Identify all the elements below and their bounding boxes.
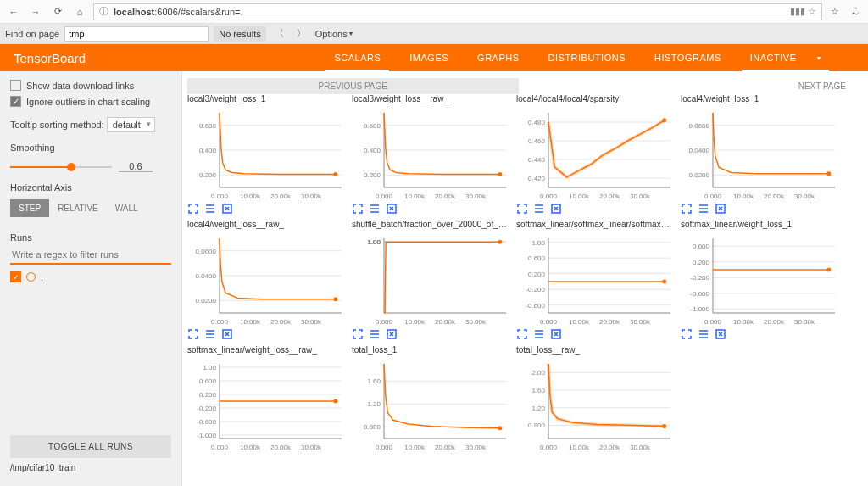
chart-plot[interactable]: 0.02000.04000.06000.00010.00k20.00k30.00…: [187, 233, 347, 327]
svg-text:10.00k: 10.00k: [240, 318, 261, 326]
svg-text:0.000: 0.000: [211, 444, 229, 451]
find-options-button[interactable]: Options ▾: [315, 29, 353, 39]
chart-title: local4/weight_loss_1: [681, 94, 842, 108]
chart-plot[interactable]: 0.2000.4000.6000.00010.00k20.00k30.00k: [187, 108, 347, 201]
chart-plot[interactable]: 0.02000.04000.06000.00010.00k20.00k30.00…: [681, 108, 840, 201]
find-next-button[interactable]: 〉: [293, 27, 310, 40]
expand-icon[interactable]: [516, 203, 528, 215]
run-checkbox[interactable]: ✓: [10, 271, 21, 282]
tab-images[interactable]: IMAGES: [409, 44, 448, 71]
svg-text:0.420: 0.420: [528, 175, 546, 182]
forward-button[interactable]: →: [27, 3, 44, 20]
menu-icon[interactable]: [369, 328, 381, 340]
checkbox-checked-icon: ✓: [10, 96, 21, 107]
svg-text:0.460: 0.460: [528, 137, 546, 145]
chart-plot[interactable]: -1.000-0.600-0.2000.2000.6000.00010.00k2…: [681, 233, 840, 327]
chart-plot[interactable]: 1.001.001.001.000.00010.00k20.00k30.00k: [352, 233, 511, 327]
smoothing-value[interactable]: 0.6: [119, 161, 153, 172]
fit-icon[interactable]: [221, 203, 233, 215]
svg-text:10.00k: 10.00k: [240, 444, 261, 451]
fit-icon[interactable]: [550, 203, 562, 215]
ignore-outliers-checkbox[interactable]: ✓ Ignore outliers in chart scaling: [10, 96, 171, 107]
show-download-checkbox[interactable]: Show data download links: [10, 80, 171, 91]
svg-text:1.00: 1.00: [531, 239, 545, 247]
chart-plot[interactable]: -0.600-0.2000.2000.6001.000.00010.00k20.…: [516, 233, 676, 327]
chart-tools: [352, 328, 513, 340]
svg-text:10.00k: 10.00k: [404, 193, 426, 200]
fit-icon[interactable]: [221, 328, 233, 340]
svg-point-12: [333, 172, 337, 176]
home-button[interactable]: ⌂: [71, 3, 88, 20]
svg-text:30.00k: 30.00k: [301, 444, 322, 451]
axis-step-button[interactable]: STEP: [10, 199, 49, 217]
reload-button[interactable]: ⟳: [49, 3, 66, 20]
next-page-button[interactable]: NEXT PAGE: [519, 78, 864, 94]
fit-icon[interactable]: [550, 328, 562, 340]
expand-icon[interactable]: [516, 328, 528, 340]
axis-wall-button[interactable]: WALL: [107, 199, 147, 217]
menu-icon[interactable]: [533, 203, 545, 215]
tab-histograms[interactable]: HISTOGRAMS: [654, 44, 721, 71]
chart-cell: total_loss_1 0.8001.201.600.00010.00k20.…: [352, 345, 513, 452]
chart-title: local4/local4/local4/sparsity: [516, 94, 677, 108]
chart-plot[interactable]: 0.4200.4400.4600.4800.00010.00k20.00k30.…: [516, 108, 676, 201]
log-path: /tmp/cifar10_train: [10, 463, 171, 472]
tooltip-sort-select[interactable]: default: [107, 117, 155, 132]
toggle-all-runs-button[interactable]: TOGGLE ALL RUNS: [10, 435, 171, 458]
svg-text:1.60: 1.60: [367, 377, 381, 385]
chart-plot[interactable]: 0.8001.201.602.000.00010.00k20.00k30.00k: [516, 359, 676, 452]
reader-icon[interactable]: ℒ: [848, 6, 863, 17]
menu-icon[interactable]: [369, 203, 381, 215]
svg-text:0.600: 0.600: [199, 122, 217, 130]
tab-graphs[interactable]: GRAPHS: [477, 44, 519, 71]
svg-text:1.60: 1.60: [531, 387, 545, 394]
expand-icon[interactable]: [187, 203, 199, 215]
tab-distributions[interactable]: DISTRIBUTIONS: [548, 44, 626, 71]
menu-icon[interactable]: [698, 328, 709, 340]
svg-text:30.00k: 30.00k: [630, 318, 651, 326]
chart-plot[interactable]: 0.2000.4000.6000.00010.00k20.00k30.00k: [352, 108, 511, 201]
run-color-swatch[interactable]: [26, 272, 36, 282]
chart-plot[interactable]: 0.8001.201.600.00010.00k20.00k30.00k: [352, 359, 511, 452]
chart-cell: softmax_linear/weight_loss__raw_ -1.000-…: [187, 345, 348, 452]
site-info-icon[interactable]: ⓘ: [99, 5, 108, 18]
svg-text:0.800: 0.800: [364, 423, 381, 431]
svg-text:20.00k: 20.00k: [764, 193, 785, 200]
horizontal-axis-label: Horizontal Axis: [10, 182, 171, 193]
find-input[interactable]: [64, 26, 209, 42]
menu-icon[interactable]: [698, 203, 709, 215]
svg-text:0.0600: 0.0600: [196, 248, 217, 255]
tab-inactive[interactable]: INACTIVE ▾: [750, 44, 821, 71]
bookmark-star-icon[interactable]: ☆: [808, 6, 816, 16]
find-prev-button[interactable]: 〈: [271, 27, 288, 40]
chart-plot[interactable]: -1.000-0.600-0.2000.2000.6001.000.00010.…: [187, 359, 347, 452]
expand-icon[interactable]: [352, 203, 364, 215]
menu-icon[interactable]: [204, 328, 216, 340]
expand-icon[interactable]: [352, 328, 364, 340]
svg-text:20.00k: 20.00k: [764, 318, 785, 326]
expand-icon[interactable]: [187, 328, 199, 340]
menu-icon[interactable]: [204, 203, 216, 215]
svg-text:1.20: 1.20: [367, 400, 381, 408]
expand-icon[interactable]: [681, 203, 693, 215]
fit-icon[interactable]: [386, 328, 398, 340]
axis-relative-button[interactable]: RELATIVE: [49, 199, 107, 217]
svg-text:0.480: 0.480: [528, 119, 546, 126]
chart-title: total_loss_1: [352, 345, 513, 359]
chart-title: total_loss__raw_: [516, 345, 677, 359]
svg-text:0.0600: 0.0600: [689, 122, 710, 130]
tab-scalars[interactable]: SCALARS: [334, 44, 381, 71]
menu-icon[interactable]: [533, 328, 545, 340]
fit-icon[interactable]: [386, 203, 398, 215]
smoothing-slider[interactable]: [10, 166, 112, 168]
svg-text:0.200: 0.200: [528, 271, 546, 278]
fit-icon[interactable]: [715, 203, 726, 215]
expand-icon[interactable]: [681, 328, 693, 340]
back-button[interactable]: ←: [5, 3, 22, 20]
app-title: TensorBoard: [14, 51, 86, 65]
bookmarks-icon[interactable]: ☆: [827, 6, 843, 17]
previous-page-button[interactable]: PREVIOUS PAGE: [187, 78, 519, 94]
fit-icon[interactable]: [715, 328, 726, 340]
runs-filter-input[interactable]: [10, 246, 171, 265]
url-bar[interactable]: ⓘ localhost :6006/#scalars&run=. ▮▮▮ ☆: [93, 3, 822, 20]
